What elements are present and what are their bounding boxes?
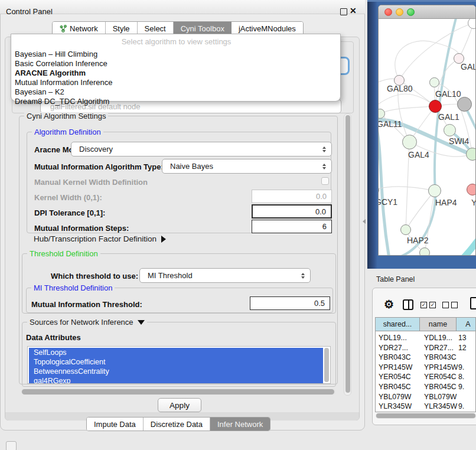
close-window-icon[interactable] [384, 8, 392, 16]
node-table[interactable]: shared...nameAYDL19...YDL19...13YDR27...… [375, 317, 476, 412]
sources-group-title: Sources for Network Inference [30, 318, 133, 327]
attribute-item[interactable]: TopologicalCoefficient [29, 357, 323, 367]
network-node-gal1[interactable] [429, 100, 442, 113]
zoom-window-icon[interactable] [407, 8, 415, 16]
manual-kernel-label: Manual Kernel Width Definition [34, 178, 148, 187]
mi-threshold-field[interactable]: 0.5 [250, 296, 330, 310]
algorithm-definition-title: Algorithm Definition [32, 128, 103, 136]
tab-cyni-toolbox[interactable]: Cyni Toolbox [174, 22, 232, 35]
network-node[interactable] [457, 97, 472, 112]
table-cell: 12 [458, 344, 467, 352]
split-columns-icon[interactable] [403, 299, 413, 310]
network-node-swi4[interactable] [444, 124, 456, 136]
tab-infer-network[interactable]: Infer Network [210, 418, 270, 431]
algorithm-option[interactable]: Mutual Information Inference [14, 78, 334, 87]
splitter-collapse-icon[interactable] [363, 219, 366, 224]
table-cell: 13 [458, 334, 467, 342]
table-hscrollbar-track[interactable] [376, 413, 476, 419]
table-hscrollbar-thumb[interactable] [376, 413, 475, 418]
deselect-all-icon2[interactable] [451, 302, 458, 308]
mi-steps-field[interactable]: 6 [252, 220, 332, 233]
float-panel-icon[interactable] [340, 8, 347, 15]
network-node[interactable] [466, 148, 475, 161]
network-node-label: GAL1 [438, 112, 459, 122]
column-header-3[interactable]: A [457, 318, 476, 331]
tab-label: Select [145, 24, 166, 33]
tab-discretize-data[interactable]: Discretize Data [144, 418, 210, 431]
table-cell: YPR145W [379, 363, 412, 371]
select-all-checked-icon[interactable]: ✓ [420, 302, 427, 308]
dpi-tolerance-field[interactable]: 0.0 [252, 204, 332, 219]
manual-kernel-checkbox[interactable] [321, 177, 329, 185]
minimize-window-icon[interactable] [396, 8, 403, 16]
new-table-icon[interactable] [470, 297, 476, 309]
algorithm-option[interactable]: Basic Correlation Inference [14, 59, 334, 69]
network-node-label: GAL80 [387, 84, 413, 93]
table-cell: YPR145W [424, 363, 458, 371]
table-cell: YBL079W [424, 393, 457, 401]
algorithm-option[interactable]: Bayesian – K2 [14, 87, 334, 97]
tab-style[interactable]: Style [106, 22, 138, 35]
expand-arrow-icon[interactable] [161, 236, 166, 243]
attribute-list-scrollbar[interactable] [324, 348, 329, 382]
network-node-gal11[interactable] [379, 109, 385, 119]
settings-vscrollbar-track[interactable] [344, 113, 351, 396]
stepper-arrows-icon [319, 146, 329, 152]
network-node-hap4[interactable] [428, 184, 441, 197]
cyni-algorithm-settings-title: Cyni Algorithm Settings [24, 112, 108, 120]
kernel-width-field[interactable]: 0.0 [252, 190, 332, 203]
hub-definition-label: Hub/Transcription Factor Definition [34, 234, 157, 243]
collapse-arrow-icon[interactable] [138, 320, 145, 325]
select-all-checked-icon2[interactable]: ✓ [429, 302, 436, 308]
apply-button[interactable]: Apply [158, 398, 201, 412]
data-attributes-label: Data Attributes [26, 333, 81, 342]
settings-scroll-viewport: Cyni Algorithm Settings Algorithm Defini… [6, 112, 353, 398]
minimized-panel-icon[interactable] [6, 441, 17, 450]
network-canvas[interactable]: GALGAL80GAL10GAL1GAL11SWI4GAL4GCY1HAP4YH… [379, 19, 475, 256]
network-window-titlebar[interactable] [379, 5, 475, 19]
attribute-item[interactable]: SelfLoops [29, 348, 323, 357]
column-header-2[interactable]: name [420, 318, 457, 331]
sources-group-title-row[interactable]: Sources for Network Inference [27, 318, 147, 327]
aracne-mode-combo[interactable]: Discovery [71, 142, 332, 156]
network-node[interactable] [419, 247, 430, 256]
close-panel-icon[interactable]: ✕ [350, 6, 357, 15]
tab-network[interactable]: Network [53, 22, 106, 35]
network-window[interactable]: GALGAL80GAL10GAL1GAL11SWI4GAL4GCY1HAP4YH… [378, 5, 476, 256]
cyni-bottom-tabbar: Impute DataDiscretize DataInfer Network [86, 417, 270, 431]
network-view-background: GALGAL80GAL10GAL1GAL11SWI4GAL4GCY1HAP4YH… [367, 0, 476, 269]
settings-vscrollbar-thumb[interactable] [345, 115, 350, 393]
mi-type-combo[interactable]: Naive Bayes [162, 159, 332, 174]
attribute-item[interactable]: gal4RGexp [29, 376, 323, 384]
network-node-gal4[interactable] [402, 135, 417, 149]
network-node-label: GAL4 [408, 150, 429, 159]
gear-icon[interactable]: ⚙ [384, 298, 394, 311]
tab-impute-data[interactable]: Impute Data [87, 418, 144, 431]
deselect-all-icon[interactable] [442, 302, 449, 308]
settings-hscrollbar-track[interactable] [21, 389, 335, 395]
table-cell: YBL079W [379, 393, 411, 401]
hub-definition-section[interactable]: Hub/Transcription Factor Definition [34, 234, 166, 243]
table-cell: YER054C [424, 373, 457, 381]
network-node-label: SWI4 [449, 136, 469, 146]
data-attributes-list[interactable]: SelfLoopsTopologicalCoefficientBetweenne… [27, 346, 331, 384]
tab-label: Network [70, 24, 98, 33]
tab-jactivemnodules[interactable]: jActiveMNodules [232, 22, 303, 35]
which-threshold-combo[interactable]: MI Threshold [139, 268, 311, 283]
table-cell: YLR345W [424, 402, 457, 410]
network-node-hap2[interactable] [400, 224, 411, 235]
network-node-gal10[interactable] [429, 77, 439, 87]
which-threshold-value: MI Threshold [140, 271, 298, 280]
table-cell: YBR045C [379, 383, 411, 391]
algorithm-option[interactable]: ARACNE Algorithm [14, 69, 334, 78]
network-node-y[interactable] [467, 184, 475, 195]
table-cell: YDL19... [424, 334, 452, 342]
attribute-item[interactable]: BetweennessCentrality [29, 367, 323, 376]
algorithm-option[interactable]: Bayesian – Hill Climbing [14, 50, 334, 59]
stepper-arrows-icon [298, 273, 308, 279]
tab-select[interactable]: Select [138, 22, 174, 35]
column-header-1[interactable]: shared... [376, 318, 420, 331]
algorithm-option[interactable]: Dream8 DC_TDC Algorithm [14, 97, 334, 106]
settings-hscrollbar-thumb[interactable] [22, 389, 334, 394]
mi-threshold-group: MI Threshold Definition Mutual Informati… [26, 288, 333, 313]
